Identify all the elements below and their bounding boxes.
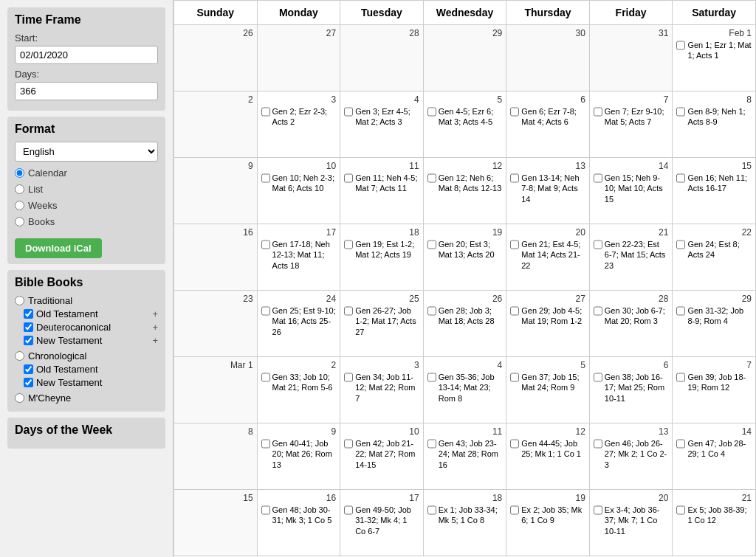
entry-checkbox[interactable] bbox=[510, 107, 519, 117]
chronological-radio[interactable] bbox=[15, 351, 24, 361]
cal-entry: Gen 40-41; Job 20; Mat 26; Rom 13 bbox=[261, 438, 337, 470]
entry-text: Gen 43; Job 23-24; Mat 28; Rom 16 bbox=[439, 438, 503, 470]
trad-ot-item: Old Testament + bbox=[24, 308, 158, 319]
entry-checkbox[interactable] bbox=[261, 505, 270, 515]
calendar-cell-r7c1: 16Gen 48; Job 30-31; Mk 3; 1 Co 5 bbox=[257, 490, 340, 556]
view-weeks-radio[interactable] bbox=[15, 201, 24, 210]
entry-checkbox[interactable] bbox=[344, 505, 353, 515]
cal-entry: Gen 25; Est 9-10; Mat 16; Acts 25-26 bbox=[261, 305, 337, 337]
entry-checkbox[interactable] bbox=[594, 306, 602, 316]
day-number: 3 bbox=[344, 360, 419, 370]
entry-checkbox[interactable] bbox=[344, 439, 353, 449]
cal-entry: Gen 31-32; Job 8-9; Rom 4 bbox=[676, 305, 752, 327]
trad-deut-item: Deuterocanonical + bbox=[24, 322, 158, 333]
entry-checkbox[interactable] bbox=[594, 439, 602, 449]
trad-nt-plus[interactable]: + bbox=[152, 335, 158, 346]
entry-checkbox[interactable] bbox=[261, 439, 270, 449]
entry-checkbox[interactable] bbox=[676, 439, 685, 449]
calendar-cell-r0c3: 29 bbox=[423, 25, 506, 91]
trad-nt-checkbox[interactable] bbox=[24, 336, 33, 345]
entry-checkbox[interactable] bbox=[594, 373, 602, 382]
entry-checkbox[interactable] bbox=[344, 107, 353, 117]
entry-checkbox[interactable] bbox=[261, 373, 270, 382]
trad-deut-checkbox[interactable] bbox=[24, 322, 33, 332]
calendar-cell-r3c3: 19Gen 20; Est 3; Mat 13; Acts 20 bbox=[423, 224, 506, 291]
entry-checkbox[interactable] bbox=[676, 107, 685, 117]
trad-ot-checkbox[interactable] bbox=[24, 309, 33, 319]
entry-checkbox[interactable] bbox=[676, 373, 685, 382]
view-calendar-label[interactable]: Calendar bbox=[15, 167, 158, 179]
entry-checkbox[interactable] bbox=[427, 505, 436, 515]
entry-text: Gen 2; Ezr 2-3; Acts 2 bbox=[272, 106, 337, 128]
entry-checkbox[interactable] bbox=[676, 41, 685, 50]
entry-checkbox[interactable] bbox=[427, 306, 436, 316]
days-input[interactable] bbox=[15, 82, 158, 100]
view-weeks-label[interactable]: Weeks bbox=[15, 200, 158, 211]
entry-checkbox[interactable] bbox=[594, 173, 602, 183]
day-number: 28 bbox=[344, 28, 419, 38]
cal-entry: Gen 44-45; Job 25; Mk 1; 1 Co 1 bbox=[510, 438, 585, 460]
calendar-cell-r3c4: 20Gen 21; Est 4-5; Mat 14; Acts 21-22 bbox=[506, 224, 590, 291]
day-number: 19 bbox=[427, 227, 503, 238]
entry-checkbox[interactable] bbox=[427, 173, 436, 183]
day-number: 25 bbox=[344, 294, 419, 304]
sidebar: Time Frame Start: Days: Format English S… bbox=[0, 0, 173, 557]
entry-checkbox[interactable] bbox=[427, 240, 436, 249]
entry-checkbox[interactable] bbox=[510, 439, 519, 449]
entry-checkbox[interactable] bbox=[344, 306, 353, 316]
entry-checkbox[interactable] bbox=[261, 107, 270, 117]
entry-text: Ex 2; Job 35; Mk 6; 1 Co 9 bbox=[521, 505, 585, 526]
calendar-cell-r6c1: 9Gen 40-41; Job 20; Mat 26; Rom 13 bbox=[257, 423, 340, 490]
entry-checkbox[interactable] bbox=[676, 306, 685, 316]
entry-checkbox[interactable] bbox=[594, 505, 602, 515]
entry-checkbox[interactable] bbox=[344, 373, 353, 382]
entry-checkbox[interactable] bbox=[676, 173, 685, 183]
start-input[interactable] bbox=[15, 46, 158, 64]
view-books-label[interactable]: Books bbox=[15, 216, 158, 227]
trad-deut-plus[interactable]: + bbox=[152, 322, 158, 333]
day-number: 13 bbox=[594, 426, 669, 437]
entry-checkbox[interactable] bbox=[676, 505, 685, 515]
cal-entry: Gen 21; Est 4-5; Mat 14; Acts 21-22 bbox=[510, 239, 585, 271]
entry-checkbox[interactable] bbox=[510, 306, 519, 316]
entry-checkbox[interactable] bbox=[510, 373, 519, 382]
entry-checkbox[interactable] bbox=[261, 240, 270, 249]
entry-checkbox[interactable] bbox=[427, 373, 436, 382]
download-ical-button[interactable]: Download iCal bbox=[15, 238, 102, 258]
calendar-cell-r1c1: 3Gen 2; Ezr 2-3; Acts 2 bbox=[257, 91, 340, 158]
calendar-cell-r7c6: 21Ex 5; Job 38-39; 1 Co 12 bbox=[673, 490, 756, 556]
chron-ot-checkbox[interactable] bbox=[24, 364, 33, 374]
calendar-cell-r0c2: 28 bbox=[340, 25, 424, 91]
mcheyne-radio[interactable] bbox=[15, 393, 24, 403]
entry-checkbox[interactable] bbox=[594, 107, 602, 117]
entry-checkbox[interactable] bbox=[510, 173, 519, 183]
entry-checkbox[interactable] bbox=[510, 505, 519, 515]
calendar-cell-r5c5: 6Gen 38; Job 16-17; Mat 25; Rom 10-11 bbox=[589, 357, 673, 423]
entry-text: Gen 4-5; Ezr 6; Mat 3; Acts 4-5 bbox=[439, 106, 503, 128]
view-books-radio[interactable] bbox=[15, 217, 24, 226]
view-list-label[interactable]: List bbox=[15, 184, 158, 195]
chron-nt-checkbox[interactable] bbox=[24, 378, 33, 387]
entry-text: Gen 26-27; Job 1-2; Mat 17; Acts 27 bbox=[355, 305, 419, 337]
calendar-row-3: 1617Gen 17-18; Neh 12-13; Mat 11; Acts 1… bbox=[174, 224, 756, 291]
day-number: 6 bbox=[594, 360, 669, 370]
entry-checkbox[interactable] bbox=[427, 439, 436, 449]
entry-checkbox[interactable] bbox=[594, 240, 602, 249]
view-calendar-radio[interactable] bbox=[15, 168, 24, 178]
header-sunday: Sunday bbox=[174, 1, 258, 25]
language-select[interactable]: English Spanish French bbox=[15, 142, 158, 162]
calendar-cell-r1c5: 7Gen 7; Ezr 9-10; Mat 5; Acts 7 bbox=[589, 91, 673, 158]
entry-text: Gen 39; Job 18-19; Rom 12 bbox=[687, 372, 752, 393]
entry-checkbox[interactable] bbox=[261, 173, 270, 183]
cal-entry: Gen 13-14; Neh 7-8; Mat 9; Acts 14 bbox=[510, 173, 585, 204]
entry-checkbox[interactable] bbox=[261, 306, 270, 316]
view-list-radio[interactable] bbox=[15, 184, 24, 194]
entry-checkbox[interactable] bbox=[344, 240, 353, 249]
entry-checkbox[interactable] bbox=[510, 240, 519, 249]
entry-checkbox[interactable] bbox=[427, 107, 436, 117]
day-number: 28 bbox=[594, 294, 669, 304]
entry-checkbox[interactable] bbox=[676, 240, 685, 249]
entry-checkbox[interactable] bbox=[344, 173, 353, 183]
trad-ot-plus[interactable]: + bbox=[152, 308, 158, 319]
traditional-radio[interactable] bbox=[15, 296, 24, 305]
